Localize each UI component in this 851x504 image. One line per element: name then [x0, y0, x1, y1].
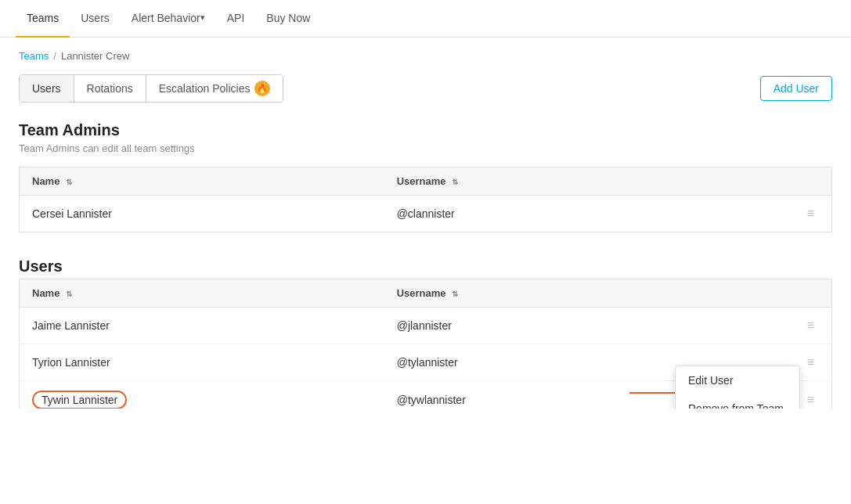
team-admins-section: Team Admins Team Admins can edit all tea… [19, 121, 832, 232]
admin-menu-icon-cersei[interactable]: ≡ [802, 205, 819, 222]
nav-item-alert-behavior[interactable]: Alert Behavior [121, 0, 216, 38]
user-name-tywin: Tywin Lannister [20, 381, 384, 409]
admin-username-cersei: @clannister [384, 196, 790, 232]
user-name-tyrion: Tyrion Lannister [20, 344, 384, 381]
admin-row-cersei: Cersei Lannister @clannister ≡ [20, 196, 832, 232]
context-menu: Edit User Remove from Team Make Team Adm… [675, 365, 800, 409]
nav-item-buy-now[interactable]: Buy Now [255, 0, 321, 38]
tab-users[interactable]: Users [20, 75, 74, 102]
users-table-header-row: Name ⇅ Username ⇅ [20, 279, 832, 308]
tab-bar-right: Add User [760, 76, 832, 101]
user-username-jaime: @jlannister [384, 308, 790, 344]
users-table: Name ⇅ Username ⇅ Jaime Lannister @jlann… [19, 279, 832, 409]
users-name-sort-icon[interactable]: ⇅ [66, 290, 72, 298]
users-username-sort-icon[interactable]: ⇅ [452, 290, 458, 298]
tab-users-label: Users [32, 82, 61, 95]
nav-item-api[interactable]: API [216, 0, 256, 38]
admins-col-username-header[interactable]: Username ⇅ [384, 167, 790, 196]
user-menu-icon-tywin[interactable]: ≡ [802, 391, 819, 409]
users-name-header-label: Name [32, 287, 59, 299]
escalation-badge: 🔥 [254, 81, 270, 96]
add-user-button[interactable]: Add User [760, 76, 832, 101]
breadcrumb-separator: / [53, 50, 56, 62]
admins-col-actions-header [790, 167, 832, 196]
user-menu-icon-tyrion[interactable]: ≡ [802, 354, 819, 371]
team-admins-title: Team Admins [19, 121, 832, 139]
nav-item-teams[interactable]: Teams [16, 0, 70, 38]
tab-rotations[interactable]: Rotations [74, 75, 146, 102]
context-menu-edit-user[interactable]: Edit User [676, 366, 799, 394]
user-actions-tywin: ≡ Edit User Remove from Team Make Team A… [790, 381, 832, 409]
admins-username-header-label: Username [397, 175, 446, 187]
breadcrumb: Teams / Lannister Crew [19, 50, 832, 62]
arrow-line [629, 392, 676, 394]
admins-username-sort-icon[interactable]: ⇅ [452, 178, 458, 186]
user-row-jaime: Jaime Lannister @jlannister ≡ [20, 308, 832, 344]
user-actions-jaime: ≡ [790, 308, 832, 344]
users-section: Users Name ⇅ Username ⇅ Jaime Lan [19, 257, 832, 409]
admins-name-sort-icon[interactable]: ⇅ [66, 178, 72, 186]
nav-item-users[interactable]: Users [70, 0, 121, 38]
breadcrumb-teams-link[interactable]: Teams [19, 50, 49, 62]
admins-name-header-label: Name [32, 175, 59, 187]
admins-table-header-row: Name ⇅ Username ⇅ [20, 167, 832, 196]
top-navigation: Teams Users Alert Behavior API Buy Now [0, 0, 851, 38]
breadcrumb-current-page: Lannister Crew [61, 50, 129, 62]
users-col-actions-header [790, 279, 832, 308]
user-name-tywin-highlighted: Tywin Lannister [32, 391, 127, 409]
admins-col-name-header[interactable]: Name ⇅ [20, 167, 384, 196]
user-name-jaime: Jaime Lannister [20, 308, 384, 344]
tab-group: Users Rotations Escalation Policies 🔥 [19, 74, 283, 103]
users-col-name-header[interactable]: Name ⇅ [20, 279, 384, 308]
admin-actions-cersei: ≡ [790, 196, 832, 232]
tab-escalation-policies[interactable]: Escalation Policies 🔥 [146, 75, 283, 102]
users-username-header-label: Username [397, 287, 446, 299]
context-menu-remove-from-team[interactable]: Remove from Team [676, 394, 799, 409]
users-section-title: Users [19, 257, 832, 275]
admin-name-cersei: Cersei Lannister [20, 196, 384, 232]
team-admins-subtitle: Team Admins can edit all team settings [19, 142, 832, 154]
users-col-username-header[interactable]: Username ⇅ [384, 279, 790, 308]
tab-bar: Users Rotations Escalation Policies 🔥 Ad… [19, 74, 832, 103]
tab-escalation-label: Escalation Policies [159, 82, 251, 95]
admins-table: Name ⇅ Username ⇅ Cersei Lannister @clan… [19, 167, 832, 232]
user-menu-icon-jaime[interactable]: ≡ [802, 317, 819, 334]
tab-rotations-label: Rotations [87, 82, 133, 95]
user-row-tywin: Tywin Lannister @tywlannister ≡ Edit Use… [20, 381, 832, 409]
page-content: Teams / Lannister Crew Users Rotations E… [0, 38, 851, 409]
